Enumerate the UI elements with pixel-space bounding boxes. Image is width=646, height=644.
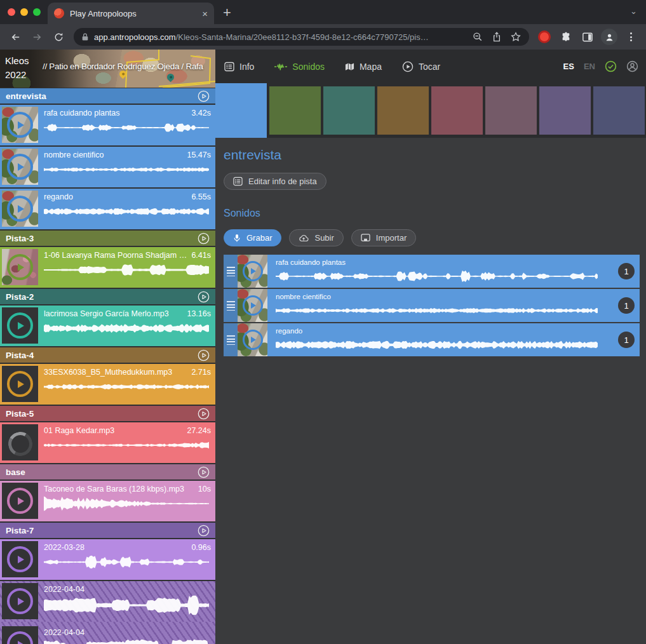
sound-thumbnail[interactable] <box>238 255 267 288</box>
track-header-pista5[interactable]: Pista-5 <box>0 406 215 421</box>
sound-item[interactable]: Taconeo de Sara Baras (128 kbps).mp310s <box>0 481 215 521</box>
account-icon[interactable] <box>626 60 638 72</box>
sound-thumbnail[interactable] <box>238 323 267 356</box>
language-en-button[interactable]: EN <box>584 62 595 71</box>
extensions-puzzle-icon[interactable] <box>557 28 575 46</box>
sound-item[interactable]: regando6.55s <box>0 189 215 229</box>
play-icon[interactable] <box>2 583 38 619</box>
sound-thumbnail[interactable] <box>2 583 38 619</box>
minimize-window-button[interactable] <box>20 8 28 16</box>
sync-check-icon[interactable] <box>605 60 617 72</box>
sound-thumbnail[interactable] <box>2 191 38 227</box>
browser-menu-kebab-icon[interactable] <box>622 28 640 46</box>
track-play-icon[interactable] <box>198 291 210 303</box>
panel-sound-row[interactable]: rafa cuidando plantas 1 <box>224 255 640 288</box>
sound-thumbnail[interactable] <box>238 289 267 322</box>
track-header-base[interactable]: base <box>0 464 215 480</box>
play-icon[interactable] <box>238 255 267 288</box>
sound-item-uploading[interactable]: 2022-04-04 <box>0 581 215 622</box>
project-map-photo[interactable]: Kleos 2022 // Patio en Bordador Rodrígue… <box>0 50 215 88</box>
sound-thumbnail[interactable] <box>2 366 38 402</box>
drag-handle[interactable] <box>224 289 238 322</box>
track-name: Pista-5 <box>6 409 198 419</box>
track-header-pista4[interactable]: Pista-4 <box>0 347 215 363</box>
share-icon[interactable] <box>490 28 504 46</box>
track-header-pista2[interactable]: Pista-2 <box>0 289 215 304</box>
edit-track-info-button[interactable]: Editar info de pista <box>224 173 326 190</box>
swatch-pista4[interactable] <box>377 86 429 135</box>
sound-item[interactable]: lacrimosa Sergio García Merlo.mp313.16s <box>0 305 215 346</box>
swatch-pista2[interactable] <box>323 86 375 135</box>
zoom-icon[interactable] <box>471 28 485 46</box>
play-icon[interactable] <box>238 289 267 322</box>
drag-handle[interactable] <box>224 255 238 288</box>
nav-tab-info[interactable]: Info <box>224 62 254 72</box>
tab-search-chevron-icon[interactable]: ⌄ <box>630 6 637 16</box>
browser-tab[interactable]: Play Antropoloops × <box>48 3 214 24</box>
sound-thumbnail[interactable] <box>2 483 38 519</box>
play-icon[interactable] <box>2 307 38 344</box>
bookmark-star-icon[interactable] <box>509 28 523 46</box>
play-icon[interactable] <box>238 323 267 356</box>
sound-item[interactable]: 33ESX6038_B5_Muthedukkum.mp32.71s <box>0 364 215 405</box>
fullscreen-window-button[interactable] <box>33 8 41 16</box>
play-icon[interactable] <box>2 107 38 143</box>
swatch-entrevista[interactable] <box>215 83 267 138</box>
sound-item[interactable]: 2022-03-280.96s <box>0 539 215 580</box>
swatch-pista8[interactable] <box>593 86 645 135</box>
track-header-pista3[interactable]: Pista-3 <box>0 231 215 246</box>
upload-button[interactable]: Subir <box>289 229 343 246</box>
drag-handle[interactable] <box>224 323 238 356</box>
panel-sound-row[interactable]: regando 1 <box>224 323 640 356</box>
play-icon[interactable] <box>2 626 38 644</box>
reload-button[interactable] <box>50 28 67 46</box>
play-icon[interactable] <box>2 249 38 285</box>
close-window-button[interactable] <box>8 8 15 16</box>
sound-item[interactable]: 01 Raga Kedar.mp327.24s <box>0 422 215 463</box>
nav-tab-tocar[interactable]: Tocar <box>402 61 440 72</box>
sound-thumbnail[interactable] <box>2 541 38 577</box>
nav-tab-mapa[interactable]: Mapa <box>345 62 382 72</box>
track-play-icon[interactable] <box>198 90 210 102</box>
track-header-entrevista[interactable]: entrevista <box>0 88 215 104</box>
swatch-pista7[interactable] <box>539 86 591 135</box>
play-icon[interactable] <box>2 483 38 519</box>
play-icon[interactable] <box>2 149 38 185</box>
language-es-button[interactable]: ES <box>563 62 574 71</box>
back-button[interactable] <box>6 28 24 46</box>
swatch-pista3[interactable] <box>269 86 321 135</box>
track-play-icon[interactable] <box>198 232 210 245</box>
forward-button[interactable] <box>28 28 46 46</box>
sound-thumbnail[interactable] <box>2 149 38 185</box>
nav-tab-sonidos[interactable]: Sonidos <box>274 62 325 72</box>
panel-sound-row[interactable]: nombre cientifico 1 <box>224 289 640 322</box>
play-icon[interactable] <box>2 191 38 227</box>
tab-close-icon[interactable]: × <box>202 8 208 19</box>
sound-item[interactable]: 1-06 Lavanya Rama Poorna Shadjam Rupak..… <box>0 247 215 288</box>
sound-thumbnail[interactable] <box>2 307 38 344</box>
sound-item[interactable]: rafa cuidando plantas3.42s <box>0 105 215 145</box>
sound-thumbnail[interactable] <box>2 626 38 644</box>
sound-thumbnail[interactable] <box>2 107 38 143</box>
track-play-icon[interactable] <box>198 525 210 537</box>
play-icon[interactable] <box>2 541 38 577</box>
import-button[interactable]: Importar <box>351 229 416 246</box>
swatch-pista5[interactable] <box>431 86 483 135</box>
track-play-icon[interactable] <box>198 408 210 420</box>
sound-item[interactable]: nombre cientifico15.47s <box>0 147 215 187</box>
sound-thumbnail[interactable] <box>2 424 38 460</box>
swatch-base[interactable] <box>485 86 537 135</box>
new-tab-button[interactable]: + <box>223 6 231 20</box>
sound-thumbnail[interactable] <box>2 249 38 285</box>
side-panel-icon[interactable] <box>579 28 596 46</box>
sound-item-uploading[interactable]: 2022-04-04 <box>0 624 215 644</box>
url-bar[interactable]: app.antropoloops.com/Kleos-Santa-Marina/… <box>74 28 529 46</box>
profile-avatar[interactable] <box>600 28 618 46</box>
track-header-pista7[interactable]: Pista-7 <box>0 523 215 538</box>
tracks-sidebar[interactable]: entrevista rafa cuidando plantas3.42s no… <box>0 83 215 644</box>
recording-extension-icon[interactable] <box>535 28 553 46</box>
record-button[interactable]: Grabar <box>224 229 281 246</box>
track-play-icon[interactable] <box>198 466 210 478</box>
track-play-icon[interactable] <box>198 349 210 361</box>
play-icon[interactable] <box>2 366 38 402</box>
